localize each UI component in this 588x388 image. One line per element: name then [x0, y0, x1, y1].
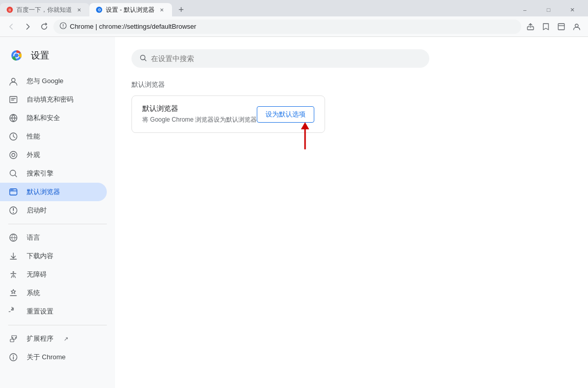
svg-point-18 [11, 189, 12, 190]
svg-point-19 [12, 189, 13, 190]
tab-title-baidu: 百度一下，你就知道 [16, 6, 72, 14]
navbar-actions [523, 20, 584, 34]
chrome-logo-icon [8, 47, 25, 64]
about-icon [8, 352, 18, 362]
content-area: 默认浏览器 默认浏览器 将 Google Chrome 浏览器设为默认浏览器 设… [115, 37, 588, 388]
startup-icon [8, 205, 18, 216]
sidebar-item-reset[interactable]: 重置设置 [0, 302, 107, 321]
extensions-icon [8, 334, 18, 344]
reset-icon [8, 306, 18, 317]
sidebar-item-startup[interactable]: 启动时 [0, 201, 107, 220]
svg-point-14 [10, 151, 17, 159]
new-tab-button[interactable]: + [174, 3, 188, 16]
maximize-button[interactable]: □ [537, 3, 560, 16]
sidebar-label-startup: 启动时 [27, 206, 47, 215]
sidebar-item-default-browser[interactable]: 默认浏览器 [0, 183, 107, 201]
sidebar-label-autofill: 自动填充和密码 [27, 95, 73, 104]
minimize-button[interactable]: – [513, 3, 537, 16]
sidebar-item-search[interactable]: 搜索引擎 [0, 164, 107, 183]
address-security-icon [60, 22, 67, 31]
svg-rect-11 [10, 96, 17, 103]
autofill-icon [8, 94, 18, 105]
tab-search-button[interactable] [554, 20, 568, 34]
forward-button[interactable] [21, 20, 35, 34]
appearance-icon [8, 150, 18, 160]
sidebar-label-about: 关于 Chrome [27, 353, 66, 362]
main-layout: 设置 您与 Google 自动填充和密码 [0, 37, 588, 388]
tabs-area: B 百度一下，你就知道 ✕ ⚙ 设置 - 默认浏览器 ✕ + [0, 0, 509, 16]
sidebar-divider [8, 224, 107, 224]
svg-rect-24 [10, 339, 14, 342]
sidebar-item-language[interactable]: 语言 [0, 228, 107, 247]
svg-rect-5 [558, 24, 564, 30]
settings-search-input[interactable] [151, 54, 421, 63]
titlebar: B 百度一下，你就知道 ✕ ⚙ 设置 - 默认浏览器 ✕ + – □ ✕ [0, 0, 588, 16]
sidebar-label-default-browser: 默认浏览器 [27, 187, 60, 197]
sidebar-item-system[interactable]: 系统 [0, 284, 107, 302]
accessibility-icon [8, 269, 18, 280]
sidebar-item-performance[interactable]: 性能 [0, 127, 107, 146]
sidebar-label-system: 系统 [27, 288, 40, 298]
close-button[interactable]: ✕ [560, 3, 584, 16]
card-info: 默认浏览器 将 Google Chrome 浏览器设为默认浏览器 [142, 104, 257, 124]
share-button[interactable] [523, 20, 538, 34]
extensions-external-icon: ↗ [64, 336, 68, 342]
refresh-button[interactable] [37, 20, 51, 34]
svg-text:⚙: ⚙ [98, 8, 101, 12]
system-icon [8, 288, 18, 298]
sidebar-item-google[interactable]: 您与 Google [0, 72, 107, 90]
sidebar-label-accessibility: 无障碍 [27, 270, 47, 279]
sidebar-label-performance: 性能 [27, 132, 40, 141]
sidebar-item-extensions[interactable]: 扩展程序 ↗ [0, 329, 107, 348]
sidebar: 设置 您与 Google 自动填充和密码 [0, 37, 115, 388]
svg-point-21 [13, 212, 14, 213]
globe-icon [8, 113, 18, 123]
svg-point-6 [575, 24, 578, 27]
sidebar-item-privacy[interactable]: 隐私和安全 [0, 109, 107, 127]
language-icon [8, 232, 18, 243]
sidebar-item-accessibility[interactable]: 无障碍 [0, 265, 107, 284]
sidebar-item-about[interactable]: 关于 Chrome [0, 348, 107, 366]
default-browser-card: 默认浏览器 将 Google Chrome 浏览器设为默认浏览器 设为默认选项 [131, 95, 325, 133]
browser-icon [8, 187, 18, 197]
sidebar-label-appearance: 外观 [27, 150, 40, 160]
close-tab-settings[interactable]: ✕ [158, 6, 166, 14]
sidebar-label-search: 搜索引擎 [27, 169, 53, 178]
tab-baidu[interactable]: B 百度一下，你就知道 ✕ [0, 3, 89, 16]
search-icon [8, 168, 18, 179]
search-container [131, 49, 572, 68]
sidebar-label-downloads: 下载内容 [27, 251, 53, 261]
tab-settings-favicon: ⚙ [96, 6, 103, 13]
sidebar-logo: 设置 [0, 45, 115, 72]
window-controls: – □ ✕ [509, 0, 588, 16]
svg-text:B: B [9, 8, 11, 12]
sidebar-label-language: 语言 [27, 233, 40, 242]
download-icon [8, 251, 18, 261]
sidebar-item-appearance[interactable]: 外观 [0, 146, 107, 164]
set-default-button[interactable]: 设为默认选项 [257, 106, 314, 123]
person-icon [8, 76, 18, 86]
tab-favicon: B [6, 6, 13, 13]
sidebar-label-google: 您与 Google [27, 76, 64, 86]
tab-settings[interactable]: ⚙ 设置 - 默认浏览器 ✕ [89, 3, 172, 16]
svg-point-10 [12, 79, 15, 82]
close-tab-baidu[interactable]: ✕ [75, 6, 83, 14]
back-button[interactable] [4, 20, 18, 34]
search-icon-inner [140, 54, 147, 63]
sidebar-label-privacy: 隐私和安全 [27, 113, 60, 123]
settings-search-bar[interactable] [131, 49, 429, 68]
tab-title-settings: 设置 - 默认浏览器 [106, 6, 155, 14]
sidebar-label-extensions: 扩展程序 [27, 334, 53, 343]
svg-point-9 [14, 53, 18, 57]
sidebar-item-autofill[interactable]: 自动填充和密码 [0, 90, 107, 109]
svg-point-15 [12, 153, 15, 157]
svg-point-16 [10, 170, 16, 176]
card-description: 将 Google Chrome 浏览器设为默认浏览器 [142, 115, 257, 124]
navbar: Chrome | chrome://settings/defaultBrowse… [0, 16, 588, 37]
sidebar-item-downloads[interactable]: 下载内容 [0, 247, 107, 265]
profile-button[interactable] [570, 20, 584, 34]
address-text: Chrome | chrome://settings/defaultBrowse… [70, 23, 515, 30]
bookmark-button[interactable] [539, 20, 553, 34]
address-bar[interactable]: Chrome | chrome://settings/defaultBrowse… [53, 20, 521, 34]
sidebar-label-reset: 重置设置 [27, 307, 53, 316]
